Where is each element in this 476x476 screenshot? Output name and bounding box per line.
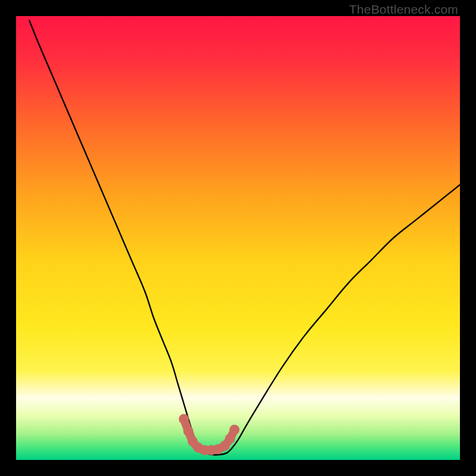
watermark-text: TheBottleneck.com bbox=[349, 2, 458, 17]
bottom-marker-dot bbox=[183, 426, 193, 436]
bottleneck-chart bbox=[16, 16, 460, 460]
bottom-marker-dot bbox=[225, 434, 235, 444]
chart-frame bbox=[16, 16, 460, 460]
bottom-marker-dot bbox=[178, 414, 189, 424]
bottom-marker-dot bbox=[230, 425, 240, 435]
